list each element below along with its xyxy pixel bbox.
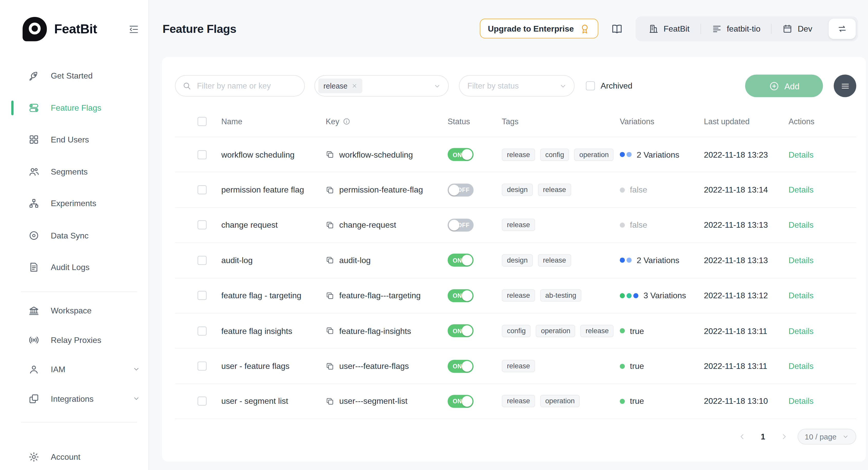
rocket-icon	[28, 70, 39, 81]
status-toggle-label: ON	[453, 398, 462, 405]
project-switcher[interactable]: featbit-tio	[701, 23, 771, 34]
tag-chip: release	[538, 183, 571, 196]
flag-key-cell: change-request	[326, 221, 447, 230]
status-toggle[interactable]: ON	[447, 324, 473, 337]
status-toggle[interactable]: OFF	[447, 219, 473, 232]
row-checkbox[interactable]	[197, 150, 207, 159]
row-checkbox[interactable]	[197, 221, 207, 230]
details-link[interactable]: Details	[788, 221, 814, 230]
flag-name: feature flag insights	[221, 326, 326, 335]
variation-dot	[620, 187, 625, 193]
flag-tags: configoperationrelease	[502, 325, 620, 337]
sidebar-item-label: Segments	[51, 167, 88, 176]
status-toggle[interactable]: ON	[447, 395, 473, 408]
archived-checkbox[interactable]	[586, 81, 595, 90]
status-filter-select[interactable]: Filter by status	[459, 75, 575, 97]
sidebar-item-label: End Users	[51, 135, 89, 144]
status-cell: OFF	[447, 219, 502, 232]
status-cell: ON	[447, 360, 502, 373]
details-link[interactable]: Details	[788, 326, 814, 335]
page-title: Feature Flags	[163, 22, 237, 35]
status-toggle[interactable]: ON	[447, 360, 473, 373]
sidebar-item-experiments[interactable]: Experiments	[0, 192, 149, 214]
table-row: feature flag - targeting feature-flag---…	[175, 278, 856, 314]
row-checkbox[interactable]	[197, 326, 207, 335]
sidebar-item-iam[interactable]: IAM	[0, 358, 149, 380]
copy-icon[interactable]	[326, 397, 334, 406]
medal-icon	[579, 23, 590, 34]
remove-tag-icon[interactable]	[351, 83, 357, 89]
row-checkbox[interactable]	[197, 185, 207, 194]
actions-cell: Details	[788, 256, 856, 265]
details-link[interactable]: Details	[788, 361, 814, 371]
last-updated: 2022-11-18 13:13	[704, 256, 788, 265]
sidebar-item-workspace[interactable]: Workspace	[0, 299, 149, 322]
variation-dot	[620, 328, 625, 333]
variation-text: 3 Variations	[644, 291, 686, 300]
row-checkbox[interactable]	[197, 397, 207, 406]
sidebar-item-label: Relay Proxies	[51, 335, 101, 344]
details-link[interactable]: Details	[788, 150, 814, 159]
status-toggle[interactable]: ON	[447, 289, 473, 302]
sidebar-item-data-sync[interactable]: Data Sync	[0, 224, 149, 247]
sidebar-item-label: Data Sync	[51, 231, 89, 240]
copy-icon[interactable]	[326, 362, 334, 371]
sidebar-item-integrations[interactable]: Integrations	[0, 387, 149, 410]
copy-icon[interactable]	[326, 256, 334, 265]
next-page-icon[interactable]	[780, 433, 788, 441]
row-checkbox[interactable]	[197, 256, 207, 265]
status-toggle[interactable]: OFF	[447, 183, 473, 196]
workspace-switcher[interactable]: FeatBit	[638, 23, 700, 34]
switch-environment-button[interactable]	[829, 19, 856, 39]
details-link[interactable]: Details	[788, 185, 814, 194]
sidebar-item-audit-logs[interactable]: Audit Logs	[0, 256, 149, 278]
docs-book-icon[interactable]	[611, 22, 623, 35]
tag-chip: release	[581, 325, 614, 337]
row-checkbox[interactable]	[197, 361, 207, 371]
copy-icon[interactable]	[326, 150, 334, 159]
tags-filter-select[interactable]: release	[314, 75, 449, 97]
status-toggle[interactable]: ON	[447, 254, 473, 267]
copy-icon[interactable]	[326, 221, 334, 229]
sidebar-item-get-started[interactable]: Get Started	[0, 64, 149, 87]
details-link[interactable]: Details	[788, 291, 814, 300]
sidebar-item-account[interactable]: Account	[0, 446, 149, 468]
sidebar-item-feature-flags[interactable]: Feature Flags	[0, 96, 149, 119]
flag-tags: release	[502, 219, 620, 231]
select-all-checkbox[interactable]	[197, 117, 207, 126]
add-flag-button[interactable]: Add	[745, 75, 823, 97]
details-link[interactable]: Details	[788, 256, 814, 265]
list-options-button[interactable]	[834, 75, 856, 97]
sidebar-divider	[21, 291, 137, 292]
selected-tag-chip: release	[318, 79, 362, 93]
variation-dots	[620, 399, 626, 404]
last-updated: 2022-11-18 13:14	[704, 185, 788, 194]
topbar-right: Upgrade to Enterprise FeatBit featbit-ti…	[480, 16, 858, 41]
archived-filter: Archived	[586, 81, 632, 90]
search-input[interactable]	[175, 75, 305, 97]
details-link[interactable]: Details	[788, 397, 814, 406]
status-toggle[interactable]: ON	[447, 148, 473, 161]
page-size-select[interactable]: 10 / page	[798, 429, 857, 445]
environment-switcher[interactable]: Dev	[772, 23, 823, 34]
swap-icon	[837, 23, 847, 34]
sidebar-nav-primary: Get Started Feature Flags End Users Segm…	[0, 64, 149, 288]
sidebar-item-segments[interactable]: Segments	[0, 160, 149, 183]
collapse-sidebar-icon[interactable]	[128, 23, 140, 35]
search-icon	[182, 81, 191, 90]
sidebar-item-relay-proxies[interactable]: Relay Proxies	[0, 329, 149, 351]
variation-dot	[633, 293, 639, 298]
row-checkbox[interactable]	[197, 291, 207, 300]
previous-page-icon[interactable]	[738, 433, 746, 441]
brand-name: FeatBit	[54, 22, 97, 37]
project-name: featbit-tio	[727, 24, 760, 33]
upgrade-to-enterprise-button[interactable]: Upgrade to Enterprise	[480, 19, 598, 38]
pagination: 1 10 / page	[175, 429, 856, 445]
variation-text: true	[630, 397, 644, 406]
copy-icon[interactable]	[326, 326, 334, 335]
sidebar-item-end-users[interactable]: End Users	[0, 128, 149, 151]
copy-icon[interactable]	[326, 185, 334, 194]
current-page[interactable]: 1	[756, 430, 770, 444]
copy-icon[interactable]	[326, 291, 334, 300]
flag-tags: designrelease	[502, 254, 620, 266]
